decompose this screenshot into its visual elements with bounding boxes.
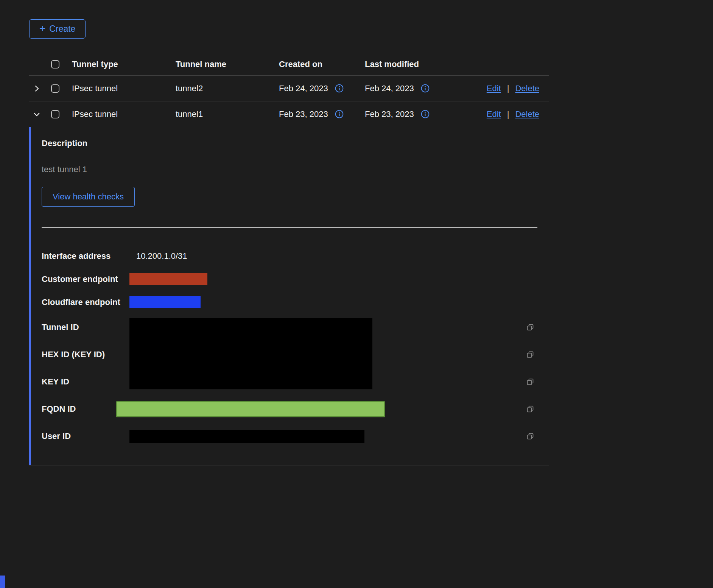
tunnel-name-cell: tunnel2 — [176, 84, 279, 93]
row-checkbox[interactable] — [51, 84, 59, 93]
checkbox-cell — [51, 110, 72, 118]
chevron-cell — [29, 85, 51, 92]
chevron-down-icon[interactable] — [33, 110, 40, 118]
field-key-id: KEY ID — [42, 368, 549, 395]
info-icon[interactable] — [421, 110, 430, 118]
last-modified-value: Feb 23, 2023 — [365, 109, 414, 119]
field-label: User ID — [42, 431, 129, 441]
field-label: Customer endpoint — [42, 274, 129, 284]
field-label: Interface address — [42, 251, 129, 261]
column-header-tunnel-name: Tunnel name — [176, 59, 279, 69]
field-label: Cloudflare endpoint — [42, 297, 129, 307]
column-header-created-on: Created on — [279, 59, 365, 69]
last-modified-cell: Feb 24, 2023 — [365, 84, 485, 93]
copy-icon[interactable] — [526, 405, 534, 413]
tunnels-table: Tunnel type Tunnel name Created on Last … — [29, 53, 549, 465]
copy-icon[interactable] — [526, 432, 534, 440]
info-icon[interactable] — [335, 110, 344, 118]
copy-icon[interactable] — [526, 350, 534, 359]
last-modified-cell: Feb 23, 2023 — [365, 109, 485, 119]
column-header-last-modified: Last modified — [365, 59, 485, 69]
create-button-label: Create — [49, 24, 75, 34]
field-label: KEY ID — [42, 377, 129, 387]
field-fqdn-id: FQDN ID — [42, 395, 549, 423]
field-cloudflare-endpoint: Cloudflare endpoint — [42, 291, 549, 314]
id-fields-group: Tunnel ID HEX ID (KEY ID) KEY ID — [42, 314, 549, 395]
view-health-checks-button[interactable]: View health checks — [42, 187, 135, 207]
created-on-value: Feb 23, 2023 — [279, 109, 328, 119]
chevron-right-icon[interactable] — [33, 85, 40, 92]
tunnel-type-cell: IPsec tunnel — [72, 109, 176, 119]
select-all-checkbox[interactable] — [51, 60, 59, 68]
redacted-fqdn-id — [116, 401, 385, 417]
action-separator: | — [507, 109, 509, 119]
create-button[interactable]: + Create — [29, 19, 86, 39]
description-value: test tunnel 1 — [42, 165, 549, 174]
row-checkbox[interactable] — [51, 110, 59, 118]
redacted-customer-endpoint — [129, 273, 207, 285]
created-on-value: Feb 24, 2023 — [279, 84, 328, 93]
info-icon[interactable] — [421, 84, 430, 93]
actions-cell: Edit | Delete — [485, 84, 549, 93]
field-value: 10.200.1.0/31 — [136, 251, 187, 261]
delete-link[interactable]: Delete — [515, 109, 539, 119]
field-customer-endpoint: Customer endpoint — [42, 268, 549, 291]
table-row-tunnel2: IPsec tunnel tunnel2 Feb 24, 2023 Feb 24… — [29, 76, 549, 101]
checkbox-cell — [51, 84, 72, 93]
panel-content: Description test tunnel 1 View health ch… — [29, 127, 549, 450]
info-icon[interactable] — [335, 84, 344, 93]
created-on-cell: Feb 24, 2023 — [279, 84, 365, 93]
actions-cell: Edit | Delete — [485, 109, 549, 119]
redacted-user-id — [129, 430, 364, 443]
tunnel-type-cell: IPsec tunnel — [72, 84, 176, 93]
field-user-id: User ID — [42, 423, 549, 450]
field-interface-address: Interface address 10.200.1.0/31 — [42, 244, 549, 268]
redacted-cloudflare-endpoint — [129, 296, 201, 308]
copy-icon[interactable] — [526, 378, 534, 386]
edit-link[interactable]: Edit — [487, 109, 501, 119]
column-header-tunnel-type: Tunnel type — [72, 59, 176, 69]
ipsec-tunnels-page: + Create Tunnel type Tunnel name Created… — [0, 0, 713, 588]
header-checkbox-cell — [51, 60, 72, 68]
table-row-tunnel1: IPsec tunnel tunnel1 Feb 23, 2023 Feb 23… — [29, 101, 549, 127]
field-label: HEX ID (KEY ID) — [42, 350, 129, 359]
panel-divider — [42, 227, 537, 228]
panel-accent-bar — [29, 127, 31, 465]
field-hex-id: HEX ID (KEY ID) — [42, 341, 549, 368]
plus-icon: + — [39, 23, 45, 34]
chevron-cell — [29, 110, 51, 118]
description-label: Description — [42, 138, 549, 148]
delete-link[interactable]: Delete — [515, 84, 539, 93]
action-separator: | — [507, 84, 509, 93]
field-label: Tunnel ID — [42, 322, 129, 332]
last-modified-value: Feb 24, 2023 — [365, 84, 414, 93]
table-header-row: Tunnel type Tunnel name Created on Last … — [29, 53, 549, 76]
copy-icon[interactable] — [526, 323, 534, 331]
created-on-cell: Feb 23, 2023 — [279, 109, 365, 119]
field-tunnel-id: Tunnel ID — [42, 314, 549, 341]
tunnel-name-cell: tunnel1 — [176, 109, 279, 119]
corner-accent — [0, 576, 5, 588]
edit-link[interactable]: Edit — [487, 84, 501, 93]
tunnel-detail-panel: Description test tunnel 1 View health ch… — [29, 127, 549, 465]
